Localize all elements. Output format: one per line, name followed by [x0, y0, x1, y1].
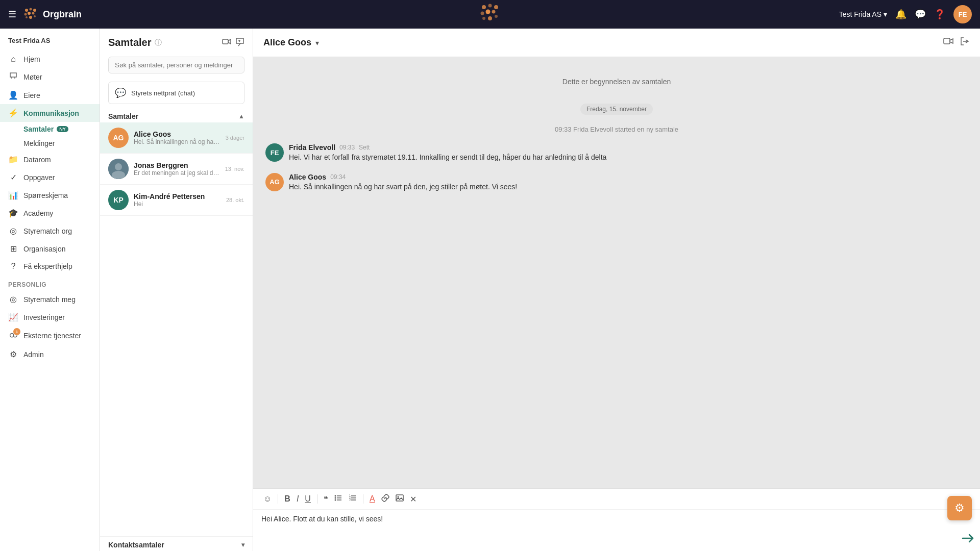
bullet-list-toolbar-button[interactable] [332, 493, 345, 505]
svg-line-43 [384, 497, 386, 499]
image-toolbar-button[interactable] [394, 493, 406, 505]
send-button[interactable] [962, 532, 974, 547]
sidebar-sub-meldinger[interactable]: Meldinger [0, 136, 100, 151]
svg-point-8 [34, 15, 36, 17]
svg-point-17 [495, 15, 498, 18]
sidebar-item-datarom[interactable]: 📁 Datarom [0, 151, 100, 168]
samtaler-section-header[interactable]: Samtaler ▲ [100, 108, 253, 122]
sidebar-item-moter[interactable]: Møter [0, 68, 100, 86]
help-icon[interactable]: ❓ [934, 9, 945, 20]
main-layout: Test Frida AS ⌂ Hjem Møter 👤 Eiere ⚡ Kom… [0, 29, 980, 551]
svg-point-7 [29, 16, 32, 19]
svg-point-12 [481, 12, 484, 15]
sidebar-org-name: Test Frida AS [0, 35, 100, 51]
quote-toolbar-button[interactable]: ❝ [322, 493, 330, 505]
kontaktsamtaler-section-header[interactable]: Kontaktsamtaler ▾ [100, 536, 253, 551]
chat-begin-text: Dette er begynnelsen av samtalen [265, 67, 968, 96]
hamburger-menu-icon[interactable]: ☰ [8, 9, 16, 20]
compose-area: ☺ B I U ❝ 1.2.3. A [253, 488, 980, 551]
user-avatar-nav[interactable]: FE [953, 5, 972, 23]
kontaktsamtaler-collapse-icon[interactable]: ▾ [241, 541, 244, 548]
numbered-list-toolbar-button[interactable]: 1.2.3. [347, 493, 359, 505]
kim-avatar: KP [108, 190, 129, 210]
conversation-item-alice[interactable]: AG Alice Goos Hei. Så innkallingen nå og… [100, 122, 253, 154]
frida-message-header: Frida Elvevoll 09:33 Sett [289, 143, 968, 152]
styrematch-meg-icon: ◎ [8, 294, 18, 304]
survey-icon: 📊 [8, 190, 18, 200]
toolbar-divider-3 [363, 494, 363, 504]
svg-point-28 [112, 171, 125, 179]
svg-point-14 [492, 10, 496, 14]
svg-point-33 [334, 497, 336, 499]
conversation-item-kim[interactable]: KP Kim-André Pettersen Hei 28. okt. [100, 185, 253, 216]
samtaler-collapse-icon[interactable]: ▲ [238, 113, 244, 120]
emoji-toolbar-button[interactable]: ☺ [261, 493, 274, 505]
video-call-icon[interactable] [222, 37, 231, 48]
floating-gear-button[interactable]: ⚙ [947, 496, 972, 520]
video-call-header-icon[interactable] [943, 36, 953, 49]
sidebar-item-organisasjon[interactable]: ⊞ Organisasjon [0, 240, 100, 258]
dataroom-icon: 📁 [8, 155, 18, 164]
sidebar-item-eiere[interactable]: 👤 Eiere [0, 86, 100, 104]
svg-point-9 [482, 5, 486, 9]
conversations-panel: Samtaler ⓘ 💬 Styrets nettprat (chat) Sam… [100, 29, 253, 551]
leave-chat-icon[interactable] [960, 36, 970, 49]
sidebar-item-oppgaver[interactable]: ✓ Oppgaver [0, 168, 100, 186]
sidebar-item-academy[interactable]: 🎓 Academy [0, 204, 100, 222]
conversations-search-input[interactable] [108, 57, 244, 73]
svg-point-27 [115, 163, 122, 170]
svg-point-16 [488, 16, 492, 20]
sidebar-sub-samtaler[interactable]: Samtaler NY [0, 122, 100, 136]
home-icon: ⌂ [8, 55, 18, 64]
svg-point-15 [482, 17, 485, 20]
logo-text: Orgbrain [43, 9, 82, 20]
chat-icon[interactable]: 💬 [915, 9, 926, 20]
sidebar-item-styrematch-meg[interactable]: ◎ Styrematch meg [0, 290, 100, 308]
chat-header-icons [943, 36, 970, 49]
svg-rect-29 [944, 38, 950, 44]
sidebar-item-sporreskjema[interactable]: 📊 Spørreskjema [0, 186, 100, 204]
toolbar-divider-2 [317, 494, 317, 504]
frida-message-avatar: FE [265, 143, 284, 162]
message-row-2: AG Alice Goos 09:34 Hei. Så innkallingen… [265, 173, 968, 192]
svg-point-35 [334, 499, 336, 501]
italic-toolbar-button[interactable]: I [295, 493, 301, 505]
company-selector[interactable]: Test Frida AS ▾ [839, 10, 887, 18]
styrematch-org-icon: ◎ [8, 226, 18, 236]
sidebar-item-eksterne-tjenester[interactable]: 1 Eksterne tjenester [0, 326, 100, 345]
chat-messages: Dette er begynnelsen av samtalen Fredag,… [253, 57, 980, 488]
bold-toolbar-button[interactable]: B [282, 493, 292, 505]
font-color-toolbar-button[interactable]: A [368, 493, 377, 505]
sidebar-item-fa-eksperthjelp[interactable]: ? Få eksperthjelp [0, 258, 100, 275]
sidebar-item-hjem[interactable]: ⌂ Hjem [0, 51, 100, 68]
tasks-icon: ✓ [8, 172, 18, 182]
svg-point-2 [33, 9, 36, 12]
svg-text:3.: 3. [349, 498, 351, 501]
chat-contact-dropdown-icon[interactable]: ▾ [315, 39, 319, 47]
sidebar-item-admin[interactable]: ⚙ Admin [0, 345, 100, 363]
conversations-info-icon[interactable]: ⓘ [155, 38, 162, 47]
clear-formatting-toolbar-button[interactable]: ✕ [408, 493, 419, 505]
underline-toolbar-button[interactable]: U [303, 493, 313, 505]
notification-bell-icon[interactable]: 🔔 [895, 9, 906, 20]
external-services-icon: 1 [8, 330, 18, 341]
svg-rect-44 [396, 495, 403, 501]
sidebar-item-styrematch-org[interactable]: ◎ Styrematch org [0, 222, 100, 240]
new-conversation-icon[interactable] [235, 37, 244, 48]
sidebar-item-kommunikasjon[interactable]: ⚡ Kommunikasjon [0, 104, 100, 122]
chat-contact-name: Alice Goos [263, 37, 311, 48]
investments-icon: 📈 [8, 312, 18, 322]
admin-icon: ⚙ [8, 349, 18, 359]
svg-point-4 [28, 12, 31, 15]
chat-room-item[interactable]: 💬 Styrets nettprat (chat) [108, 82, 244, 104]
svg-point-6 [26, 16, 28, 18]
svg-point-13 [486, 10, 491, 14]
compose-message-input[interactable]: Hei Alice. Flott at du kan stille, vi se… [253, 510, 980, 530]
conversation-item-jonas[interactable]: Jonas Berggren Er det meningen at jeg sk… [100, 154, 253, 185]
kim-conv-info: Kim-André Pettersen Hei [134, 192, 221, 208]
svg-rect-22 [223, 39, 228, 44]
sidebar-item-investeringer[interactable]: 📈 Investeringer [0, 308, 100, 326]
samtaler-badge: NY [57, 126, 68, 132]
svg-point-1 [30, 8, 32, 11]
link-toolbar-button[interactable] [379, 493, 391, 505]
